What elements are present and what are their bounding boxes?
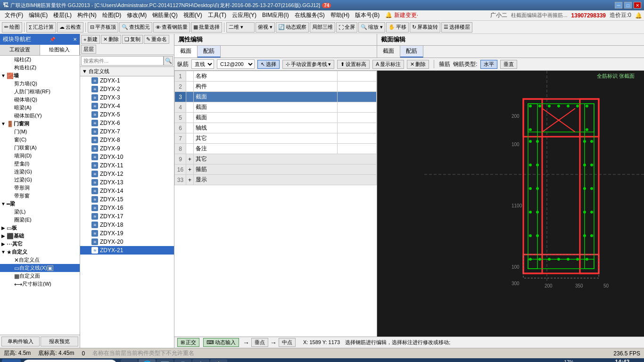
floor-button[interactable]: 层层 <box>81 45 96 54</box>
menu-help[interactable]: 帮助(H) <box>328 10 353 20</box>
tree-item-masonry-wall[interactable]: 砌体墙(Q) <box>0 96 80 104</box>
prop-value[interactable] <box>337 92 376 102</box>
taskbar-app-star[interactable]: ⭐ <box>210 359 227 362</box>
tree-item-shear-wall[interactable]: 剪力墙(Q) <box>0 80 80 88</box>
toolbar-find-element[interactable]: 🔍 查找图元 <box>119 22 152 33</box>
tree-item-wall[interactable]: ▼ 🧱 墙 <box>0 72 80 80</box>
orthogonal-button[interactable]: ⊞ 正交 <box>177 338 199 347</box>
list-item[interactable]: ≋ ZDYX-14 <box>80 187 174 195</box>
tree-item-window[interactable]: 窗(C) <box>0 136 80 144</box>
minimize-button[interactable]: ─ <box>615 2 622 8</box>
toolbar-draw[interactable]: ✏ 绘图 <box>2 22 22 33</box>
tree-item-slab[interactable]: ▶ ▭ 板 <box>0 224 80 232</box>
tab-drawing-input[interactable]: 绘图输入 <box>40 45 80 55</box>
tree-item-link-beam[interactable]: 连梁(G) <box>0 168 80 176</box>
tree-item-custom[interactable]: ▼ ★ 自定义 <box>0 248 80 256</box>
list-item[interactable]: ≋ ZDYX-13 <box>80 178 174 187</box>
row-expand-button[interactable]: + <box>186 154 194 165</box>
copy-component-button[interactable]: ❑ 复制 <box>122 35 143 44</box>
tab-project-settings[interactable]: 工程设置 <box>0 45 40 55</box>
maximize-button[interactable]: □ <box>624 2 632 8</box>
tree-item-masonry-rebar[interactable]: 砌体加筋(Y) <box>0 112 80 120</box>
toolbar-view-2d[interactable]: 二维 ▾ <box>226 22 255 33</box>
select-button[interactable]: ↖ 选择 <box>257 60 280 69</box>
delete-button[interactable]: ✕ 删除 <box>407 60 429 69</box>
list-item[interactable]: ≋ ZDYX-2 <box>80 85 174 93</box>
search-button[interactable]: 🔍 <box>164 56 173 66</box>
prop-value[interactable] <box>337 123 376 133</box>
toolbar-align-top[interactable]: ⊟ 平齐板顶 <box>88 22 118 33</box>
toolbar-fullscreen[interactable]: ⛶ 全屏 <box>336 22 357 33</box>
taskbar-app-clipboard[interactable]: 📋 <box>192 359 209 362</box>
menu-version[interactable]: 版本号(B) <box>352 10 382 20</box>
longitudinal-spec-select[interactable]: C12@200 <box>217 59 255 69</box>
toolbar-view-rebar[interactable]: 👁 查看钢筋量 <box>153 22 190 33</box>
toolbar-rotate[interactable]: ↻ 屏幕旋转 <box>410 22 440 33</box>
dynamic-input-button[interactable]: ⌨ 动态输入 <box>203 338 239 347</box>
tree-item-top-column[interactable]: 端柱(Z) <box>0 56 80 64</box>
list-item[interactable]: ≋ ZDYX-9 <box>80 144 174 153</box>
section-tab-section[interactable]: 截面 <box>377 46 400 58</box>
tree-item-structural-column[interactable]: 构造柱(Z) <box>0 64 80 72</box>
menu-component[interactable]: 构件(N) <box>74 10 99 20</box>
list-item[interactable]: ≋ ZDYX-17 <box>80 212 174 221</box>
menu-tools[interactable]: 工具(T) <box>205 10 229 20</box>
toolbar-summary[interactable]: Σ 汇总计算 <box>26 22 56 33</box>
list-item[interactable]: ≋ ZDYX-10 <box>80 153 174 161</box>
toolbar-select-floor[interactable]: ☰ 选择楼层 <box>441 22 472 33</box>
list-item[interactable]: ≋ ZDYX-8 <box>80 136 174 144</box>
toolbar-perspective[interactable]: 俯视 ▾ <box>256 22 275 33</box>
toolbar-batch-select[interactable]: ▦ 批量选择 <box>191 22 222 33</box>
taskbar-app-files[interactable]: 📁 <box>121 359 138 362</box>
tree-item-civil-defense-wall[interactable]: 人防门框墙(RF) <box>0 88 80 96</box>
single-component-input[interactable]: 单构件输入 <box>1 337 40 346</box>
tree-item-niche[interactable]: 壁龛(I) <box>0 160 80 168</box>
tree-item-beam-group[interactable]: ▼ ━ 梁 <box>0 200 80 208</box>
prop-value[interactable] <box>337 133 376 144</box>
menu-floor[interactable]: 楼层(L) <box>50 10 74 20</box>
drawing-canvas[interactable]: 全筋标识 张截面 200 100 1100 100 300 200 <box>377 71 644 337</box>
menu-modify[interactable]: 修改(M) <box>124 10 149 20</box>
menu-view[interactable]: 视图(V) <box>181 10 205 20</box>
list-item[interactable]: ≋ ZDYX-3 <box>80 93 174 102</box>
start-button[interactable]: ⊞ <box>2 359 21 362</box>
longitudinal-type-select[interactable]: 直线 <box>191 59 214 69</box>
list-item[interactable]: ≋ ZDYX-1 <box>80 76 174 85</box>
menu-cloud[interactable]: 云应用(Y) <box>229 10 259 20</box>
list-item[interactable]: ≋ ZDYX-12 <box>80 170 174 178</box>
list-item[interactable]: ≋ ZDYX-15 <box>80 195 174 204</box>
menu-rebar-qty[interactable]: 钢筋量(Q) <box>149 10 180 20</box>
prop-value[interactable] <box>337 144 376 154</box>
tree-item-beam[interactable]: 梁(L) <box>0 208 80 216</box>
list-item[interactable]: ≋ ZDYX-20 <box>80 238 174 246</box>
tree-item-ring-beam[interactable]: 圈梁(E) <box>0 216 80 224</box>
tree-item-lintel[interactable]: 过梁(G) <box>0 176 80 184</box>
taskbar-search-box[interactable]: 🔍 在这里输入你要搜索的内容 🎤 <box>23 360 117 362</box>
list-item[interactable]: ≋ ZDYX-18 <box>80 221 174 229</box>
list-item-selected[interactable]: ≋ ZDYX-21 <box>80 246 174 255</box>
tree-item-door-window-combo[interactable]: 门联窗(A) <box>0 144 80 152</box>
toolbar-dynamic-view[interactable]: 🔄 动态观察 <box>276 22 309 33</box>
set-elevation-button[interactable]: ⬆ 设置标高 <box>337 60 370 69</box>
new-component-button[interactable]: + 新建 <box>81 35 100 44</box>
tree-item-strip-window[interactable]: 带形窗 <box>0 192 80 200</box>
report-preview[interactable]: 报表预览 <box>41 337 79 346</box>
list-item[interactable]: ≋ ZDYX-16 <box>80 204 174 212</box>
search-input[interactable] <box>81 56 164 66</box>
toolbar-zoom[interactable]: 🔍 缩放 ▾ <box>358 22 385 33</box>
close-button[interactable]: ✕ <box>634 2 641 8</box>
list-item[interactable]: ≋ ZDYX-7 <box>80 127 174 136</box>
nav-panel-close[interactable]: ✕ <box>73 37 77 42</box>
taskbar-app-browser[interactable]: 🌐 <box>139 359 156 362</box>
toolbar-local-3d[interactable]: 局部三维 <box>310 22 335 33</box>
rebar-horizontal-button[interactable]: 水平 <box>480 60 497 69</box>
tree-item-dimension[interactable]: ⟷ 尺寸标注(W) <box>0 280 80 288</box>
list-item[interactable]: ≋ ZDYX-5 <box>80 110 174 119</box>
prop-value[interactable] <box>337 102 376 113</box>
nav-panel-pin[interactable]: 📌 <box>50 37 55 42</box>
list-item[interactable]: ≋ ZDYX-4 <box>80 102 174 110</box>
toolbar-pan[interactable]: ✋ 平移 <box>386 22 409 33</box>
section-tab-rebar[interactable]: 配筋 <box>400 46 423 58</box>
rename-button[interactable]: ✎ 重命名 <box>144 35 169 44</box>
menu-new-change[interactable]: 🔔 新建变更· <box>382 10 421 20</box>
